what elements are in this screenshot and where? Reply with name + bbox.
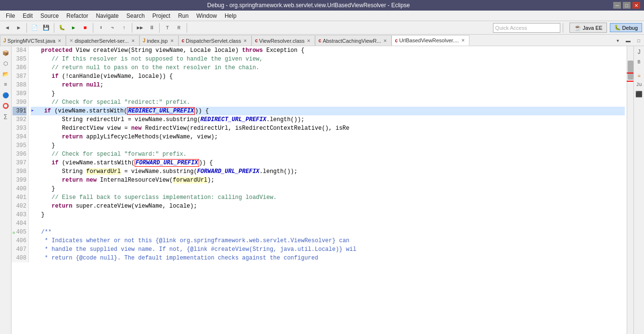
toolbar-sep-3 xyxy=(93,23,93,33)
side-icons-panel: 📦 ⬡ 📂 ≡ 🔵 ⭕ ∑ xyxy=(0,46,12,334)
java-ee-perspective[interactable]: ☕ Java EE xyxy=(569,23,607,33)
save-button[interactable]: 💾 xyxy=(41,23,51,33)
side-icon-7[interactable]: ∑ xyxy=(1,111,11,121)
tab-viewresolver-label: ViewResolver.class xyxy=(259,38,305,44)
urlbased-icon: c xyxy=(395,38,398,43)
tab-abstract-caching-label: AbstractCachingViewR... xyxy=(323,38,381,44)
stop-button[interactable]: ■ xyxy=(80,23,90,33)
minimize-button[interactable]: ─ xyxy=(613,2,621,9)
tab-viewresolver-close[interactable]: ✕ xyxy=(306,38,312,44)
menu-refactor[interactable]: Refactor xyxy=(63,12,92,20)
line-num-406: 406 xyxy=(13,236,26,245)
line-num-405: 405⊖ xyxy=(13,228,26,236)
open-type[interactable]: T xyxy=(162,23,173,33)
code-line-390: // Check for special "redirect:" prefix. xyxy=(31,98,625,107)
close-button[interactable]: ✕ xyxy=(632,2,640,9)
quick-access-box[interactable]: Quick Access xyxy=(493,23,560,33)
code-line-406: * Indicates whether or not this {@link o… xyxy=(31,236,625,245)
debug-button[interactable]: 🐛 xyxy=(57,23,67,33)
code-lines: protected View createView(String viewNam… xyxy=(29,46,627,262)
line-num-386: 386 xyxy=(13,63,26,72)
minimap-marker-391 xyxy=(627,73,633,74)
new-button[interactable]: 📄 xyxy=(29,23,40,33)
back-button[interactable]: ◀ xyxy=(2,23,13,33)
tab-urlbased-resolver[interactable]: c UrlBasedViewResolver.... ✕ xyxy=(391,35,469,46)
tab-springmvctest-close[interactable]: ✕ xyxy=(57,38,63,44)
scrollbar-thumb[interactable] xyxy=(628,61,633,80)
right-icon-2[interactable]: B xyxy=(635,58,644,66)
side-icon-6[interactable]: ⭕ xyxy=(1,101,11,111)
menu-project[interactable]: Project xyxy=(149,12,174,20)
tab-dispatcher-servlet-class[interactable]: c DispatcherServlet.class ✕ xyxy=(178,35,252,46)
java-ee-label: Java EE xyxy=(583,25,603,31)
code-line-385: // If this resolver is not supposed to h… xyxy=(31,55,625,63)
side-icon-3[interactable]: 📂 xyxy=(1,69,11,79)
tab-overflow[interactable]: ▾ xyxy=(612,35,623,46)
debug-perspective[interactable]: 🐛 Debug xyxy=(610,23,642,32)
right-icon-3[interactable]: ☕ xyxy=(635,71,644,79)
code-line-391: ➤ if (viewName.startsWith(REDIRECT_URL_P… xyxy=(31,107,625,115)
right-icon-1[interactable]: J xyxy=(635,48,644,57)
right-sep xyxy=(639,68,639,69)
code-line-407: * handle the supplied view name. If not,… xyxy=(31,245,625,254)
code-line-395: } xyxy=(31,141,625,150)
scrollbar[interactable] xyxy=(627,46,633,334)
tab-abstract-caching[interactable]: c AbstractCachingViewR... ✕ xyxy=(315,35,391,46)
right-panel: J B ☕ Ju ⬛ xyxy=(633,46,644,334)
menu-edit[interactable]: Edit xyxy=(19,12,37,20)
main-area: 📦 ⬡ 📂 ≡ 🔵 ⭕ ∑ 384 385 386 387 388 389 39… xyxy=(0,46,644,334)
abstract-caching-icon: c xyxy=(318,38,321,43)
side-icon-2[interactable]: ⬡ xyxy=(1,59,11,68)
tab-abstract-caching-close[interactable]: ✕ xyxy=(382,38,388,44)
tab-urlbased-close[interactable]: ✕ xyxy=(460,37,466,43)
step-return[interactable]: ↑ xyxy=(119,23,129,33)
code-editor[interactable]: 384 385 386 387 388 389 390 391 392 393 … xyxy=(12,46,627,334)
tab-index-jsp-label: index.jsp xyxy=(147,38,167,44)
open-resource[interactable]: R xyxy=(174,23,184,33)
menu-window[interactable]: Window xyxy=(192,12,221,20)
menu-help[interactable]: Help xyxy=(221,12,240,20)
minimize-view[interactable]: ▬ xyxy=(623,35,633,46)
code-line-394: return applyLifecycleMethods(viewName, v… xyxy=(31,133,625,141)
dispatcher-class-icon: c xyxy=(182,38,185,43)
suspend-button[interactable]: ⏸ xyxy=(146,23,157,33)
code-line-405: /** xyxy=(31,228,625,236)
code-scroll[interactable]: 384 385 386 387 388 389 390 391 392 393 … xyxy=(12,46,627,334)
tab-dispatcher-class-close[interactable]: ✕ xyxy=(242,38,248,44)
side-icon-5[interactable]: 🔵 xyxy=(1,90,11,100)
maximize-view[interactable]: □ xyxy=(633,35,644,46)
tab-viewresolver-class[interactable]: c ViewResolver.class ✕ xyxy=(252,35,315,46)
tab-index-close[interactable]: ✕ xyxy=(169,38,175,44)
tab-springmvctest[interactable]: J SpringMVCTest.java ✕ xyxy=(0,35,66,46)
right-icon-4[interactable]: Ju xyxy=(635,80,644,89)
menu-navigate[interactable]: Navigate xyxy=(92,12,122,20)
tab-dispatcher-close[interactable]: ✕ xyxy=(130,38,136,44)
side-icon-4[interactable]: ≡ xyxy=(1,80,11,89)
run-button[interactable]: ▶ xyxy=(68,23,79,33)
line-num-398: 398 xyxy=(13,167,26,176)
menu-run[interactable]: Run xyxy=(174,12,192,20)
tab-dispatcher-servlet-ser[interactable]: ✕ dispatcherServlet-ser... ✕ xyxy=(66,35,139,46)
code-line-388: return null; xyxy=(31,81,625,89)
side-icon-1[interactable]: 📦 xyxy=(1,48,11,58)
line-num-391: 391 xyxy=(13,107,26,115)
step-over[interactable]: ↷ xyxy=(107,23,118,33)
step-into[interactable]: ⬇ xyxy=(96,23,106,33)
quick-access-label: Quick Access xyxy=(495,25,527,31)
menu-search[interactable]: Search xyxy=(123,12,149,20)
right-icon-5[interactable]: ⬛ xyxy=(635,90,644,99)
toolbar: ◀ ▶ 📄 💾 🐛 ▶ ■ ⬇ ↷ ↑ ▶▶ ⏸ T R Quick Acces… xyxy=(0,21,644,35)
code-line-384: protected View createView(String viewNam… xyxy=(31,46,625,55)
maximize-button[interactable]: □ xyxy=(623,2,631,9)
code-line-404 xyxy=(31,219,625,228)
code-line-398: String forwardUrl = viewName.substring(F… xyxy=(31,167,625,176)
menu-file[interactable]: File xyxy=(2,12,19,20)
line-num-388: 388 xyxy=(13,81,26,89)
tab-index-jsp[interactable]: J index.jsp ✕ xyxy=(139,35,178,46)
forward-button[interactable]: ▶ xyxy=(13,23,24,33)
menu-source[interactable]: Source xyxy=(37,12,63,20)
resume-button[interactable]: ▶▶ xyxy=(135,23,145,33)
line-num-392: 392 xyxy=(13,115,26,124)
tab-springmvctest-label: SpringMVCTest.java xyxy=(8,38,56,44)
menu-bar: File Edit Source Refactor Navigate Searc… xyxy=(0,11,644,21)
